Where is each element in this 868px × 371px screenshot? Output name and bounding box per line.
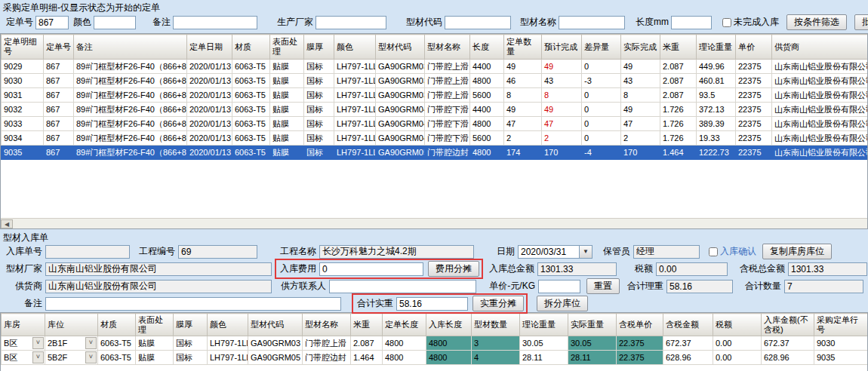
grid-cell[interactable]: 22375 [736, 60, 772, 74]
grid-cell[interactable]: 47 [621, 117, 660, 131]
inbound-row[interactable]: B区˅2B1F˅6063-T5贴膜国标LH797-1LL0GA90GRM03门带… [2, 336, 868, 351]
grid-cell[interactable]: 6063-T5 [232, 103, 270, 117]
grid-cell[interactable]: LH797-1LL0 [208, 336, 248, 351]
grid-cell[interactable]: 门带腔上滑 [425, 88, 470, 103]
grid-cell[interactable]: 国标 [304, 60, 334, 74]
grid-cell[interactable]: LH797-1LL0 [334, 146, 376, 160]
order-col-header-7[interactable]: 颜色 [334, 35, 376, 60]
inbound-col-header-14[interactable]: 含税单价 [617, 314, 663, 336]
grid-cell[interactable]: 9030 [814, 336, 868, 351]
inbound-col-header-8[interactable]: 米重 [351, 314, 383, 336]
grid-cell[interactable]: 22375 [736, 74, 772, 88]
grid-cell[interactable]: 4800 [426, 351, 472, 365]
grid-cell[interactable]: 2.087 [660, 88, 697, 103]
grid-cell[interactable]: 867 [44, 131, 74, 146]
grid-cell[interactable]: 国标 [304, 146, 334, 160]
grid-cell[interactable]: 30.05 [520, 336, 568, 351]
grid-cell[interactable]: 49 [504, 60, 542, 74]
inbound-confirm-checkbox[interactable] [709, 247, 718, 256]
dropdown-arrow-icon[interactable]: ˅ [85, 351, 97, 363]
grid-cell[interactable]: LH797-1LL0 [334, 74, 376, 88]
grid-cell[interactable]: 6063-T5 [232, 146, 270, 160]
grid-cell[interactable]: 0 [582, 131, 621, 146]
order-grid-hscrollbar[interactable]: ◀ [1, 218, 867, 228]
filter-code-input[interactable] [445, 16, 511, 29]
grid-cell[interactable]: 3 [472, 336, 520, 351]
grid-cell[interactable]: 4400 [470, 60, 504, 74]
grid-cell[interactable]: 2 [504, 131, 542, 146]
grid-cell[interactable]: 门带腔上滑 [425, 74, 470, 88]
scroll-left-arrow-icon[interactable]: ◀ [1, 219, 13, 228]
grid-cell[interactable]: 贴膜 [270, 103, 304, 117]
order-col-header-15[interactable]: 米重 [660, 35, 697, 60]
inbound-row[interactable]: B区˅5B2F˅6063-T5贴膜国标LH797-1LL0GA90GRM05门带… [2, 351, 868, 365]
supplier-contact-input[interactable] [329, 280, 476, 293]
grid-cell[interactable]: 山东南山铝业股份有限公司 [772, 60, 868, 74]
grid-cell[interactable]: 0.00 [713, 336, 762, 351]
unfinished-inbound-checkbox[interactable] [722, 18, 731, 27]
order-col-header-17[interactable]: 单价 [736, 35, 772, 60]
grid-cell[interactable]: 174 [504, 146, 542, 160]
split-location-button[interactable]: 拆分库位 [537, 296, 588, 311]
grid-cell[interactable]: LH797-1LL0 [334, 131, 376, 146]
inbound-col-header-10[interactable]: 入库长度 [426, 314, 472, 336]
grid-cell[interactable]: 8 [542, 88, 582, 103]
grid-cell[interactable]: 1.464 [660, 146, 697, 160]
grid-cell[interactable]: 6063-T5 [98, 351, 136, 365]
grid-cell[interactable]: LH797-1LL0 [334, 117, 376, 131]
order-col-header-11[interactable]: 定单数量 [504, 35, 542, 60]
order-col-header-16[interactable]: 理论重量 [697, 35, 736, 60]
order-col-header-9[interactable]: 型材名称 [425, 35, 470, 60]
grid-cell[interactable]: 672.37 [663, 336, 713, 351]
order-col-header-4[interactable]: 材质 [232, 35, 270, 60]
grid-cell[interactable]: 4800 [426, 336, 472, 351]
dropdown-arrow-icon[interactable]: ˅ [32, 337, 44, 349]
grid-cell[interactable]: 9032 [2, 103, 44, 117]
grid-cell[interactable]: 贴膜 [136, 351, 174, 365]
grid-cell[interactable]: 山东南山铝业股份有限公司 [772, 117, 868, 131]
copy-warehouse-location-button[interactable]: 复制库房库位 [762, 244, 832, 259]
grid-cell[interactable]: 贴膜 [270, 131, 304, 146]
order-col-header-10[interactable]: 长度 [470, 35, 504, 60]
grid-cell[interactable]: 6063-T5 [232, 88, 270, 103]
inbound-col-header-16[interactable]: 税额 [713, 314, 762, 336]
grid-cell[interactable]: 2020/01/13 [187, 74, 232, 88]
grid-cell[interactable]: 门带腔边封 [425, 146, 470, 160]
grid-cell[interactable]: 22375 [736, 103, 772, 117]
grid-cell[interactable]: 628.96 [663, 351, 713, 365]
filter-maker-input[interactable] [315, 16, 386, 29]
order-row[interactable]: 902986789#门框型材F26-F40（866+867）2020/01/13… [2, 60, 868, 74]
order-row[interactable]: 903486789#门框型材F26-F40（866+867）2020/01/13… [2, 131, 868, 146]
grid-cell[interactable]: 2020/01/13 [187, 117, 232, 131]
grid-cell[interactable]: 49 [621, 60, 660, 74]
order-col-header-12[interactable]: 预计完成 [542, 35, 582, 60]
grid-cell[interactable]: 贴膜 [270, 117, 304, 131]
order-row[interactable]: 903386789#门框型材F26-F40（866+867）2020/01/13… [2, 117, 868, 131]
grid-cell[interactable]: 89#门框型材F26-F40（866+867） [74, 146, 187, 160]
grid-cell[interactable]: 国标 [174, 336, 208, 351]
grid-cell[interactable]: 49 [504, 103, 542, 117]
grid-cell[interactable]: 国标 [304, 88, 334, 103]
grid-cell[interactable]: 山东南山铝业股份有限公司 [772, 74, 868, 88]
grid-cell[interactable]: 22375 [736, 88, 772, 103]
grid-cell[interactable]: 170 [542, 146, 582, 160]
grid-cell[interactable]: 6063-T5 [232, 131, 270, 146]
grid-cell[interactable]: 867 [44, 146, 74, 160]
actual-weight-allocate-button[interactable]: 实重分摊 [472, 296, 524, 311]
grid-cell[interactable]: 22375 [736, 146, 772, 160]
total-with-tax-input[interactable] [788, 262, 867, 276]
grid-cell[interactable]: 93.5 [697, 88, 736, 103]
grid-cell[interactable]: 89#门框型材F26-F40（866+867） [74, 103, 187, 117]
grid-cell[interactable]: 28.11 [568, 351, 617, 365]
grid-cell[interactable]: 89#门框型材F26-F40（866+867） [74, 131, 187, 146]
grid-cell[interactable]: 2.087 [660, 60, 697, 74]
order-col-header-18[interactable]: 供货商 [772, 35, 868, 60]
fee-allocate-button[interactable]: 费用分摊 [428, 261, 479, 277]
order-col-header-14[interactable]: 实际完成 [621, 35, 660, 60]
grid-cell[interactable]: 2020/01/13 [187, 88, 232, 103]
keeper-input[interactable] [633, 245, 700, 259]
grid-cell[interactable]: 2 [621, 131, 660, 146]
grid-cell[interactable]: 9029 [2, 60, 44, 74]
grid-cell[interactable]: 2.087 [660, 74, 697, 88]
grid-cell[interactable]: 5600 [470, 88, 504, 103]
